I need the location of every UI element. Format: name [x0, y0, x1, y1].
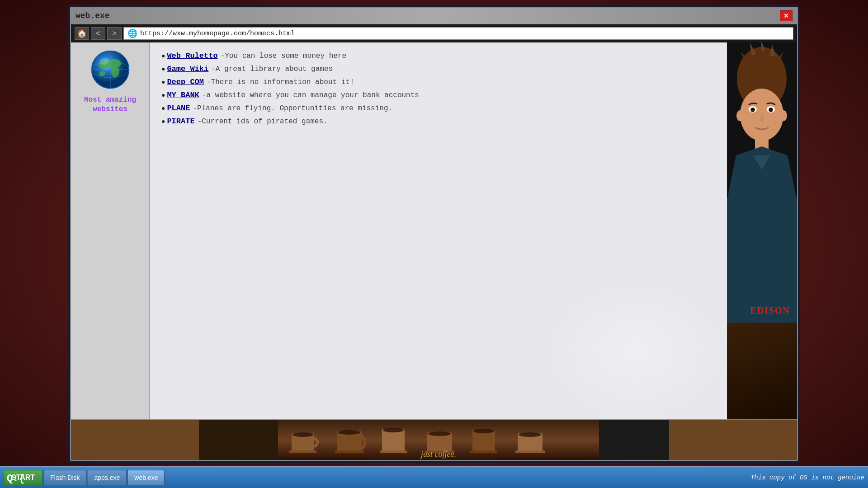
title-bar: web.exe ✕ — [71, 8, 797, 24]
back-button[interactable]: < — [91, 27, 105, 40]
coffee-svg: just coffee. — [278, 420, 599, 460]
svg-text:just coffee.: just coffee. — [420, 450, 456, 459]
browser-main: ● Web Ruletto -You can lose some money h… — [150, 42, 727, 419]
globe-icon — [90, 49, 131, 90]
svg-rect-38 — [470, 450, 497, 453]
taskbar: Q:{ START Flash Disk apps.exe web.exe Th… — [0, 466, 868, 488]
link-list: ● Web Ruletto -You can lose some money h… — [161, 52, 716, 126]
bullet: ● — [161, 92, 165, 99]
bullet: ● — [161, 105, 165, 112]
link-game-wiki[interactable]: Game Wiki — [167, 65, 208, 73]
link-pirate-desc: -Current ids of pirated games. — [198, 117, 328, 126]
address-bar: 🌐 https://wxw.myhomepage.com/homecs.html — [123, 27, 793, 40]
svg-point-42 — [338, 430, 360, 435]
svg-point-21 — [751, 108, 753, 110]
coffee-area: just coffee. — [278, 420, 599, 460]
svg-point-41 — [292, 432, 313, 437]
browser-window: web.exe ✕ 🏠 < > 🌐 https://wxw.myhomepage… — [70, 7, 798, 461]
list-item: ● Game Wiki -A great library about games — [161, 65, 716, 73]
svg-point-44 — [428, 432, 451, 436]
qmark-indicator: Q:{ — [7, 473, 25, 484]
svg-rect-32 — [335, 450, 364, 453]
address-globe-icon: 🌐 — [127, 28, 137, 38]
link-my-bank-desc: -a website where you can manage your ban… — [202, 91, 419, 99]
list-item: ● MY BANK -a website where you can manag… — [161, 91, 716, 99]
svg-point-4 — [99, 71, 105, 76]
svg-point-46 — [519, 432, 541, 437]
window-title: web.exe — [75, 11, 110, 20]
sidebar-title: Most amazing websites — [84, 95, 136, 114]
svg-point-23 — [736, 110, 744, 121]
svg-rect-40 — [515, 450, 545, 453]
link-deep-com[interactable]: Deep COM — [167, 78, 204, 86]
svg-point-43 — [383, 428, 404, 432]
link-pirate[interactable]: PIRATE — [167, 117, 194, 126]
taskbar-item-apps-exe[interactable]: apps.exe — [88, 470, 127, 485]
home-button[interactable]: 🏠 — [75, 27, 89, 40]
person-face: EDISON — [727, 42, 797, 419]
svg-text:EDISON: EDISON — [750, 305, 790, 315]
link-plane-desc: -Planes are flying. Opportunities are mi… — [193, 104, 392, 113]
bullet: ● — [161, 66, 165, 73]
os-status-text: This copy of OS is not genuine — [750, 474, 864, 481]
content-decoration — [546, 284, 727, 419]
taskbar-item-web-exe[interactable]: web.exe — [127, 470, 165, 485]
svg-rect-26 — [727, 198, 797, 323]
svg-point-22 — [769, 108, 771, 110]
svg-point-3 — [111, 66, 119, 77]
bullet: ● — [161, 118, 165, 125]
list-item: ● PLANE -Planes are flying. Opportunitie… — [161, 104, 716, 113]
banner-left — [199, 420, 278, 460]
link-web-ruletto-desc: -You can lose some money here — [221, 52, 346, 60]
link-plane[interactable]: PLANE — [167, 104, 190, 113]
nav-bar: 🏠 < > 🌐 https://wxw.myhomepage.com/homec… — [71, 24, 797, 42]
svg-rect-34 — [380, 450, 407, 453]
svg-rect-30 — [289, 450, 316, 453]
list-item: ● Deep COM -There is no information abou… — [161, 78, 716, 86]
banner-right — [599, 420, 669, 460]
monitor-bezel: web.exe ✕ 🏠 < > 🌐 https://wxw.myhomepage… — [0, 0, 868, 488]
url-text: https://wxw.myhomepage.com/homecs.html — [140, 30, 295, 38]
svg-point-24 — [780, 110, 787, 121]
bullet: ● — [161, 52, 165, 60]
person-svg: EDISON — [727, 42, 797, 323]
content-area: Most amazing websites ● Web Ruletto -You… — [71, 42, 797, 419]
bullet: ● — [161, 79, 165, 86]
link-game-wiki-desc: -A great library about games — [211, 65, 333, 73]
link-web-ruletto[interactable]: Web Ruletto — [167, 52, 217, 60]
forward-button[interactable]: > — [107, 27, 122, 40]
svg-point-45 — [473, 429, 494, 433]
taskbar-item-flash-disk[interactable]: Flash Disk — [43, 470, 86, 485]
sidebar: Most amazing websites — [71, 42, 150, 419]
right-panel: EDISON — [727, 42, 797, 419]
screen-area: web.exe ✕ 🏠 < > 🌐 https://wxw.myhomepage… — [68, 5, 800, 463]
list-item: ● PIRATE -Current ids of pirated games. — [161, 117, 716, 126]
close-button[interactable]: ✕ — [780, 10, 793, 21]
bottom-banner: just coffee. — [71, 419, 797, 460]
link-my-bank[interactable]: MY BANK — [167, 91, 199, 99]
svg-point-8 — [99, 58, 109, 65]
link-deep-com-desc: -There is no information about it! — [207, 78, 354, 86]
list-item: ● Web Ruletto -You can lose some money h… — [161, 52, 716, 60]
